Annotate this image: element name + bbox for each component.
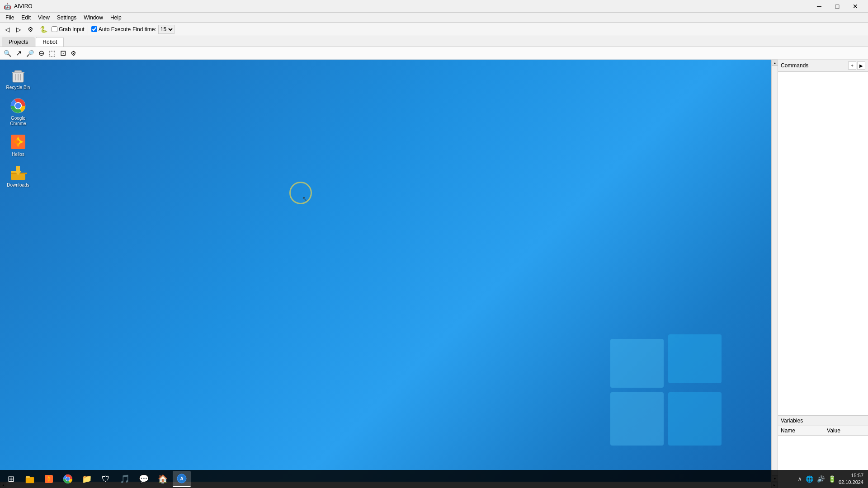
pointer-icon-btn[interactable]: ↗	[14, 48, 24, 58]
app6-taskbar-button[interactable]: 🎵	[116, 471, 134, 487]
downloads-icon	[9, 164, 27, 182]
system-clock[interactable]: 15:57 02.10.2024	[839, 472, 863, 486]
minimize-button[interactable]: ─	[810, 0, 828, 13]
desktop-icon-downloads[interactable]: Downloads	[0, 161, 36, 191]
toolbar: ◁ ▷ ⚙ 🐍 Grab Input Auto Execute Find tim…	[0, 23, 868, 36]
menu-edit[interactable]: Edit	[18, 14, 34, 22]
desktop-icon-helios[interactable]: Helios	[0, 130, 36, 160]
commands-header: Commands + ▶	[778, 60, 868, 72]
tray-chevron[interactable]: ∧	[797, 474, 803, 483]
grab-input-checkbox[interactable]	[52, 26, 57, 32]
find-time-label: Find time:	[132, 26, 156, 33]
right-panel: Commands + ▶ Variables Name Value	[778, 60, 868, 488]
title-bar: 🤖 AIVIRO ─ □ ✕	[0, 0, 868, 13]
menu-bar: File Edit View Settings Window Help	[0, 13, 868, 23]
svg-rect-6	[12, 72, 24, 73]
auto-execute-area: Auto Execute	[91, 26, 131, 33]
scroll-up-button[interactable]: ▴	[772, 60, 778, 66]
restore-button[interactable]: □	[828, 0, 846, 13]
zoom-in-icon-btn[interactable]: 🔎	[24, 49, 36, 58]
commands-add-button[interactable]: +	[848, 61, 856, 70]
app-icon: 🤖	[4, 3, 11, 10]
menu-view[interactable]: View	[34, 14, 53, 22]
main-area: Recycle Bin	[0, 60, 868, 488]
toolbar-python[interactable]: 🐍	[38, 24, 50, 34]
commands-content	[778, 72, 868, 415]
svg-point-12	[15, 103, 21, 109]
variables-col-name: Name	[778, 426, 824, 436]
helios-icon	[9, 133, 27, 151]
tab-projects[interactable]: Projects	[2, 37, 35, 47]
commands-run-button[interactable]: ▶	[857, 61, 865, 70]
recycle-bin-icon	[9, 66, 27, 84]
aiviro-taskbar-button[interactable]: A	[173, 471, 191, 487]
desktop-background: Recycle Bin	[0, 60, 778, 488]
chrome-taskbar-button[interactable]	[59, 471, 77, 487]
tray-battery[interactable]: 🔋	[827, 474, 837, 483]
tab-bar: Projects Robot	[0, 36, 868, 47]
toolbar-back[interactable]: ◁	[3, 24, 12, 34]
app8-taskbar-button[interactable]: 🏠	[154, 471, 172, 487]
helios-label: Helios	[12, 152, 24, 157]
svg-rect-2	[610, 392, 664, 446]
app-title-area: 🤖 AIVIRO	[4, 3, 33, 10]
svg-point-28	[66, 477, 70, 481]
svg-rect-1	[668, 334, 722, 383]
svg-rect-22	[26, 476, 30, 478]
tray-sound[interactable]: 🔊	[816, 474, 826, 483]
vertical-scrollbar[interactable]: ▴ ▾	[771, 60, 778, 482]
variables-header: Variables	[778, 416, 868, 426]
cursor-circle	[289, 182, 312, 204]
app-title: AIVIRO	[14, 3, 33, 9]
toolbar-separator-1	[88, 25, 88, 34]
desktop-icon-recycle-bin[interactable]: Recycle Bin	[0, 63, 36, 93]
tray-network[interactable]: 🌐	[805, 474, 814, 483]
menu-window[interactable]: Window	[80, 14, 107, 22]
file-explorer-button[interactable]	[21, 471, 39, 487]
auto-execute-checkbox[interactable]	[91, 26, 97, 32]
commands-section: Commands + ▶	[778, 60, 868, 416]
capture-icon-btn[interactable]: ⊡	[58, 48, 68, 58]
variables-title: Variables	[781, 418, 803, 424]
find-time-select[interactable]: 15 5 10 20 30	[158, 25, 175, 34]
close-button[interactable]: ✕	[846, 0, 864, 13]
desktop-icon-google-chrome[interactable]: Google Chrome	[0, 94, 36, 129]
variables-table: Name Value	[778, 426, 868, 436]
app7-taskbar-button[interactable]: 💬	[135, 471, 153, 487]
menu-help[interactable]: Help	[107, 14, 125, 22]
window-controls: ─ □ ✕	[810, 0, 864, 13]
find-time-area: Find time: 15 5 10 20 30	[132, 25, 175, 34]
commands-header-buttons: + ▶	[848, 61, 865, 70]
svg-rect-3	[668, 392, 722, 446]
scroll-y-track[interactable]	[772, 66, 778, 475]
zoom-out-icon-btn[interactable]: ⊖	[37, 48, 46, 58]
desktop-capture-area: Recycle Bin	[0, 60, 778, 488]
commands-title: Commands	[781, 62, 808, 69]
files-taskbar-button[interactable]: 📁	[78, 471, 96, 487]
grab-input-label: Grab Input	[59, 26, 85, 33]
recycle-bin-label: Recycle Bin	[6, 85, 30, 90]
grab-input-area: Grab Input	[52, 26, 85, 33]
taskbar-right: ∧ 🌐 🔊 🔋 15:57 02.10.2024	[794, 472, 866, 486]
downloads-label: Downloads	[7, 183, 29, 188]
select-icon-btn[interactable]: ⬚	[47, 48, 57, 58]
tab-robot[interactable]: Robot	[36, 37, 64, 47]
svg-text:A: A	[180, 476, 183, 481]
svg-rect-0	[610, 339, 664, 388]
chrome-icon	[9, 97, 27, 115]
app5-taskbar-button[interactable]: 🛡	[97, 471, 115, 487]
helios-taskbar-button[interactable]	[40, 471, 58, 487]
windows-logo	[606, 334, 723, 452]
start-button[interactable]: ⊞	[2, 471, 20, 487]
clock-date: 02.10.2024	[839, 479, 863, 486]
toolbar-forward[interactable]: ▷	[14, 24, 24, 34]
menu-settings[interactable]: Settings	[53, 14, 80, 22]
desktop-icons: Recycle Bin	[0, 60, 36, 195]
settings-icon-btn[interactable]: ⚙	[69, 49, 78, 58]
icon-toolbar: 🔍 ↗ 🔎 ⊖ ⬚ ⊡ ⚙	[0, 47, 868, 60]
toolbar-gear[interactable]: ⚙	[25, 24, 36, 34]
auto-execute-label: Auto Execute	[99, 26, 131, 33]
search-icon-btn[interactable]: 🔍	[2, 49, 13, 58]
menu-file[interactable]: File	[2, 14, 18, 22]
taskbar: ⊞ 📁 🛡 🎵 💬 🏠 A	[0, 470, 868, 488]
